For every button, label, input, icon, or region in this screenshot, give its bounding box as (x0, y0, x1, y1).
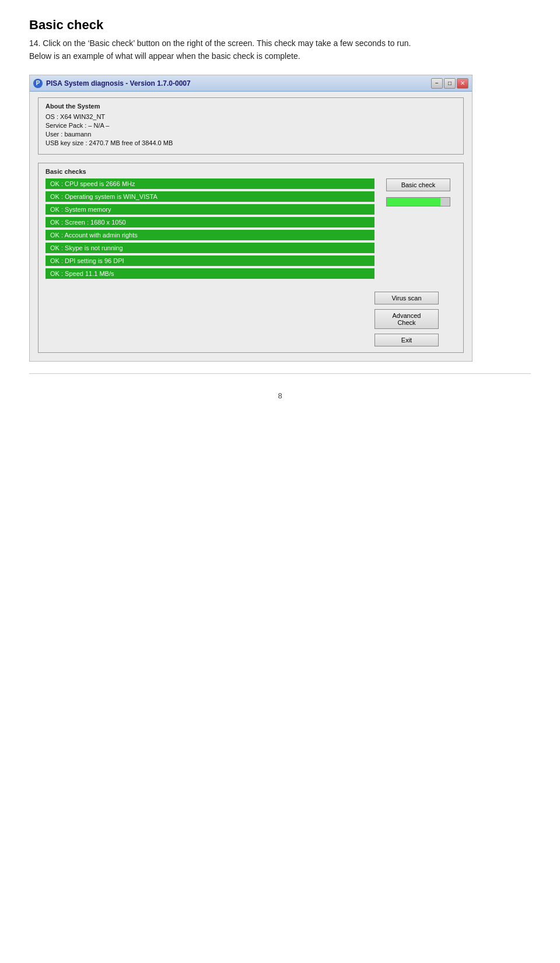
info-row-os: OS : X64 WIN32_NT (46, 113, 456, 120)
info-row-sp: Service Pack : – N/A – (46, 122, 456, 129)
check-item-screen: OK : Screen : 1680 x 1050 (46, 217, 374, 227)
instruction-text-1: Click on the ‘Basic check’ button on the… (43, 38, 411, 48)
about-section-label: About the System (46, 103, 456, 110)
check-item-skype: OK : Skype is not running (46, 243, 374, 253)
info-row-user: User : baumann (46, 131, 456, 138)
check-item-os: OK : Operating system is WIN_VISTA (46, 191, 374, 202)
checks-and-buttons: OK : CPU speed is 2666 MHz OK : Operatin… (46, 178, 456, 281)
screenshot-window: P PISA System diagnosis - Version 1.7.0-… (29, 75, 473, 362)
window-controls[interactable]: − □ ✕ (431, 78, 468, 89)
progress-bar-fill (387, 198, 440, 206)
check-item-dpi: OK : DPI setting is 96 DPI (46, 255, 374, 266)
about-section: About the System OS : X64 WIN32_NT Servi… (38, 97, 464, 155)
exit-button[interactable]: Exit (374, 334, 439, 346)
instruction-text-2: Below is an example of what will appear … (29, 51, 531, 61)
window-icon: P (33, 79, 43, 88)
window-title-left: P PISA System diagnosis - Version 1.7.0-… (33, 79, 191, 88)
check-item-speed: OK : Speed 11.1 MB/s (46, 268, 374, 279)
virus-scan-button[interactable]: Virus scan (374, 292, 439, 304)
restore-button[interactable]: □ (444, 78, 456, 89)
check-item-admin: OK : Account with admin rights (46, 230, 374, 240)
page-title: Basic check (29, 17, 531, 33)
minimize-button[interactable]: − (431, 78, 443, 89)
info-row-usb: USB key size : 2470.7 MB free of 3844.0 … (46, 139, 456, 146)
close-button[interactable]: ✕ (457, 78, 468, 89)
window-titlebar: P PISA System diagnosis - Version 1.7.0-… (30, 75, 472, 92)
bottom-buttons: Virus scan Advanced Check Exit (46, 292, 456, 346)
check-item-cpu: OK : CPU speed is 2666 MHz (46, 178, 374, 189)
progress-bar (386, 197, 450, 206)
page-divider (29, 373, 531, 374)
buttons-and-progress: Basic check (380, 178, 456, 281)
page-number: 8 (29, 391, 531, 400)
check-item-memory: OK : System memory (46, 204, 374, 215)
step-number: 14. (29, 38, 40, 48)
window-title-text: PISA System diagnosis - Version 1.7.0-00… (46, 79, 191, 87)
checks-list: OK : CPU speed is 2666 MHz OK : Operatin… (46, 178, 374, 281)
basic-check-button[interactable]: Basic check (386, 178, 450, 191)
instruction-step: 14. Click on the ‘Basic check’ button on… (29, 38, 531, 48)
advanced-check-button[interactable]: Advanced Check (374, 309, 439, 329)
checks-section-label: Basic checks (46, 168, 456, 175)
checks-section: Basic checks OK : CPU speed is 2666 MHz … (38, 163, 464, 353)
window-body: About the System OS : X64 WIN32_NT Servi… (30, 92, 472, 361)
